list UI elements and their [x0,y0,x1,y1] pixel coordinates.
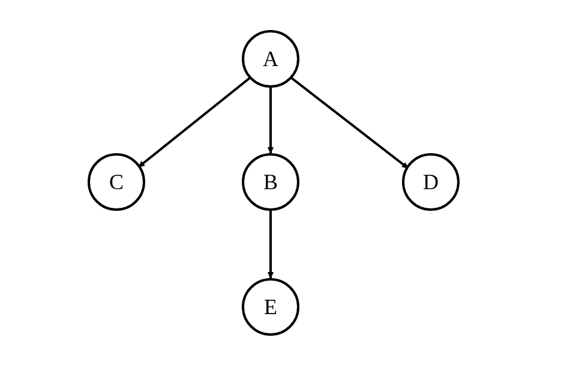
node-label: B [263,169,278,195]
node-a: A [242,30,299,88]
node-label: C [109,169,124,195]
node-d: D [402,153,460,211]
node-e: E [242,278,299,336]
edge-a-d [292,78,408,168]
node-b: B [242,153,299,211]
node-label: D [423,169,439,195]
node-label: E [264,294,277,320]
node-c: C [88,153,145,211]
edge-a-c [139,78,250,167]
node-label: A [263,46,278,71]
tree-diagram: A C B D E [0,0,588,382]
